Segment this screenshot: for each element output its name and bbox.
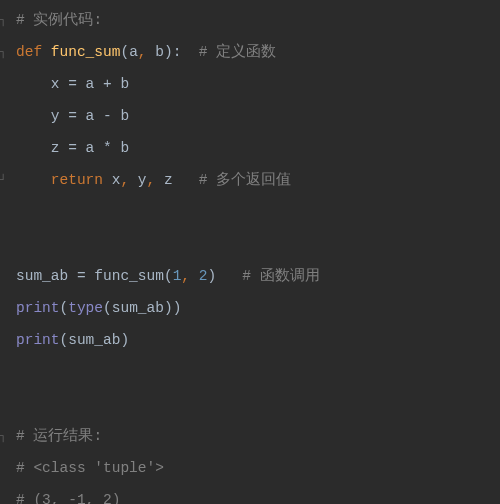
builtin-func: type [68,300,103,316]
fold-end-icon: ┘ [0,164,8,196]
comment: # 实例代码: [16,12,102,28]
code-line[interactable] [0,388,500,420]
paren: ( [60,300,69,316]
code-line[interactable]: print(sum_ab) [0,324,500,356]
var: x [103,172,120,188]
statement: x = a + b [16,76,129,92]
fold-indicator-icon: ┐ [0,4,8,36]
comma: , [138,44,147,60]
code-line[interactable]: # (3, -1, 2) [0,484,500,504]
paren: ) [207,268,216,284]
code-editor[interactable]: ┐# 实例代码: ┐def func_sum(a, b): # 定义函数 x =… [0,0,500,504]
builtin-func: print [16,332,60,348]
code-line[interactable]: x = a + b [0,68,500,100]
function-name: func_sum [51,44,121,60]
statement: y = a - b [16,108,129,124]
statement: z = a * b [16,140,129,156]
statement: sum_ab = func_sum( [16,268,173,284]
code-line[interactable]: # <class 'tuple'> [0,452,500,484]
fold-indicator-icon: ┐ [0,420,8,452]
code-line[interactable] [0,228,500,260]
comment: # 多个返回值 [173,172,292,188]
code-line[interactable]: ┘ return x, y, z # 多个返回值 [0,164,500,196]
comma: , [120,172,129,188]
code-line[interactable]: ┐# 运行结果: [0,420,500,452]
code-line[interactable]: y = a - b [0,100,500,132]
code-line[interactable]: print(type(sum_ab)) [0,292,500,324]
keyword: def [16,44,42,60]
builtin-func: print [16,300,60,316]
code-line[interactable]: z = a * b [0,132,500,164]
code-line[interactable] [0,356,500,388]
var: y [129,172,146,188]
comma: , [181,268,190,284]
code-line[interactable]: sum_ab = func_sum(1, 2) # 函数调用 [0,260,500,292]
comma: , [147,172,156,188]
code-line[interactable] [0,196,500,228]
var: z [155,172,172,188]
code-line[interactable]: ┐def func_sum(a, b): # 定义函数 [0,36,500,68]
args: (sum_ab)) [103,300,181,316]
params: (a [120,44,137,60]
comment: # 运行结果: [16,428,102,444]
params: b) [147,44,173,60]
number: 2 [190,268,207,284]
fold-indicator-icon: ┐ [0,36,8,68]
code-line[interactable]: ┐# 实例代码: [0,4,500,36]
comment: # 函数调用 [216,268,320,284]
args: (sum_ab) [60,332,130,348]
keyword: return [16,172,103,188]
comment: # <class 'tuple'> [16,460,164,476]
comment: # (3, -1, 2) [16,492,120,504]
comment: # 定义函数 [181,44,276,60]
